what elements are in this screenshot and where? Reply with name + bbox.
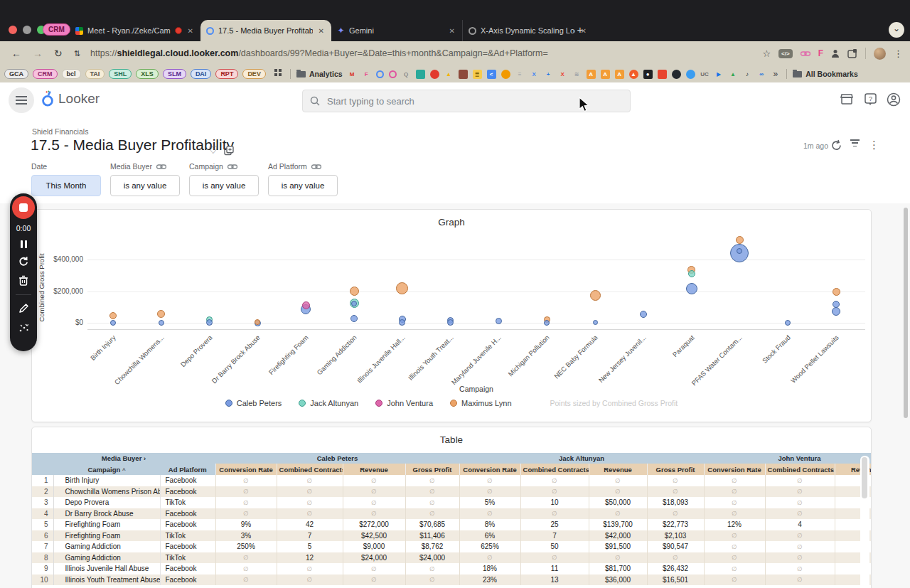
column-header-measure[interactable]: Conversion Rate: [704, 464, 765, 475]
forward-icon[interactable]: →: [33, 48, 43, 59]
measure-cell[interactable]: ∅: [343, 563, 405, 574]
back-icon[interactable]: ←: [11, 48, 21, 59]
favorite-heart-icon[interactable]: ♡: [208, 144, 218, 156]
measure-cell[interactable]: $139,700: [589, 519, 647, 530]
measure-cell[interactable]: 250%: [215, 541, 277, 552]
favicon[interactable]: [686, 70, 695, 79]
chart-point[interactable]: [302, 301, 310, 309]
measure-cell[interactable]: $42,000: [589, 530, 647, 542]
measure-cell[interactable]: $90,547: [647, 541, 704, 552]
measure-cell[interactable]: ∅: [520, 475, 589, 486]
favicon[interactable]: [459, 70, 468, 79]
minimize-window-button[interactable]: [23, 26, 31, 34]
chart-point[interactable]: [350, 315, 358, 322]
measure-cell[interactable]: 50: [520, 541, 589, 552]
bookmark-badge[interactable]: SLM: [163, 69, 186, 79]
favicon[interactable]: F: [362, 70, 371, 79]
search-input[interactable]: [326, 95, 623, 107]
legend-item[interactable]: Maximus Lynn: [450, 399, 512, 407]
measure-cell[interactable]: 7: [277, 530, 343, 542]
measure-cell[interactable]: ∅: [215, 486, 277, 498]
ad-platform-cell[interactable]: TikTok: [160, 497, 215, 508]
pivot-group-header[interactable]: Caleb Peters: [215, 453, 459, 464]
measure-cell[interactable]: $18,093: [647, 497, 704, 508]
measure-cell[interactable]: $9,000: [343, 541, 405, 552]
favicon[interactable]: [389, 70, 397, 78]
bookmark-badge[interactable]: DEV: [242, 69, 266, 79]
ad-platform-cell[interactable]: Facebook: [160, 563, 215, 574]
measure-cell[interactable]: ∅: [704, 530, 765, 542]
measure-cell[interactable]: 4: [765, 519, 835, 530]
chart-point[interactable]: [159, 320, 164, 326]
favicon[interactable]: ▶: [714, 70, 724, 79]
stop-recording-button[interactable]: [12, 196, 35, 219]
measure-cell[interactable]: $2,103: [647, 530, 704, 542]
measure-cell[interactable]: ∅: [704, 563, 765, 574]
campaign-cell[interactable]: Gaming Addiction: [53, 541, 160, 552]
measure-cell[interactable]: 8%: [459, 519, 520, 530]
pivot-group-header[interactable]: John Ventura: [704, 453, 871, 464]
favicon[interactable]: ≡: [515, 70, 525, 79]
ad-platform-cell[interactable]: Facebook: [160, 508, 215, 520]
browser-tab[interactable]: Meet - Ryan./Zeke/Cam -✕: [70, 20, 200, 41]
ad-platform-cell[interactable]: Facebook: [160, 475, 215, 486]
measure-cell[interactable]: ∅: [704, 508, 765, 520]
measure-cell[interactable]: $70,685: [405, 519, 459, 530]
chart-point[interactable]: [399, 319, 405, 326]
ad-platform-cell[interactable]: Facebook: [160, 519, 215, 530]
site-settings-icon[interactable]: ⇅: [74, 49, 80, 58]
measure-cell[interactable]: 10: [520, 497, 589, 508]
chart-point[interactable]: [351, 301, 357, 306]
measure-cell[interactable]: 9%: [215, 519, 277, 530]
legend-item[interactable]: John Ventura: [375, 399, 433, 407]
measure-cell[interactable]: ∅: [405, 574, 459, 586]
chart-point[interactable]: [206, 319, 213, 326]
chart-point[interactable]: [832, 307, 840, 316]
chart-point[interactable]: [447, 319, 454, 326]
measure-cell[interactable]: 5: [277, 541, 343, 552]
favicon[interactable]: [501, 70, 510, 79]
tab-close-icon[interactable]: ✕: [448, 27, 456, 35]
measure-cell[interactable]: ∅: [589, 552, 647, 564]
column-header-measure[interactable]: Conversion Rate: [215, 464, 277, 475]
campaign-cell[interactable]: Firefighting Foam: [53, 530, 160, 542]
bookmark-badge[interactable]: SHL: [109, 69, 132, 79]
tab-close-icon[interactable]: ✕: [186, 27, 195, 35]
measure-cell[interactable]: ∅: [765, 497, 835, 508]
chart-point[interactable]: [593, 320, 598, 325]
url-bar[interactable]: https://shieldlegal.cloud.looker.com/das…: [90, 48, 548, 58]
column-header-measure[interactable]: Gross Profit: [647, 464, 704, 475]
measure-cell[interactable]: ∅: [647, 486, 704, 498]
tab-close-icon[interactable]: ✕: [317, 27, 326, 35]
chart-point[interactable]: [736, 236, 744, 244]
favicon[interactable]: A: [587, 70, 596, 79]
measure-cell[interactable]: ∅: [589, 475, 647, 486]
favicon[interactable]: [376, 70, 384, 78]
refresh-icon[interactable]: [830, 139, 842, 151]
measure-cell[interactable]: ∅: [405, 497, 459, 508]
measure-cell[interactable]: 18%: [459, 563, 520, 574]
browser-menu-icon[interactable]: ⋮: [894, 48, 903, 59]
ad-platform-cell[interactable]: TikTok: [160, 530, 215, 542]
measure-cell[interactable]: ∅: [343, 475, 405, 486]
chart-point[interactable]: [833, 301, 840, 308]
copy-dashboard-icon[interactable]: [224, 146, 234, 156]
measure-cell[interactable]: ∅: [459, 486, 520, 498]
measure-cell[interactable]: 3%: [215, 530, 277, 542]
measure-cell[interactable]: ∅: [765, 552, 835, 564]
favicon[interactable]: M: [348, 70, 357, 79]
favicon[interactable]: ▲: [444, 70, 454, 79]
measure-cell[interactable]: ∅: [343, 574, 405, 586]
measure-cell[interactable]: ∅: [765, 530, 835, 542]
bookmark-folder[interactable]: Analytics: [309, 70, 343, 78]
flux-extension-icon[interactable]: F: [818, 48, 823, 58]
global-search[interactable]: [302, 90, 631, 112]
filter-value-chip[interactable]: is any value: [268, 175, 338, 196]
bookmark-badge[interactable]: DAI: [191, 69, 212, 79]
legend-item[interactable]: Caleb Peters: [225, 399, 282, 407]
bookmark-badge[interactable]: RPT: [215, 69, 238, 79]
campaign-cell[interactable]: Birth Injury: [53, 475, 160, 486]
measure-cell[interactable]: ∅: [459, 475, 520, 486]
measure-cell[interactable]: ∅: [647, 508, 704, 520]
column-header-measure[interactable]: Combined Contracts: [277, 464, 343, 475]
